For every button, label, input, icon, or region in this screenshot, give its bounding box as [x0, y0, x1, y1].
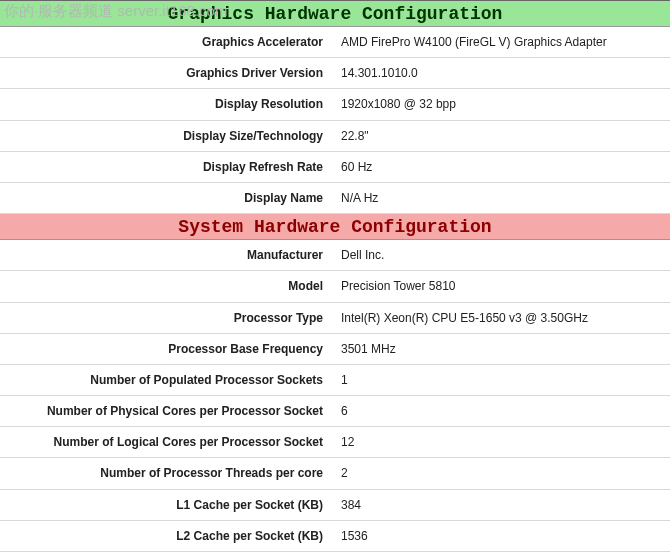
row-label: L3 Cache per Socket (KB) — [0, 552, 333, 558]
row-value: 1920x1080 @ 32 bpp — [333, 89, 670, 120]
table-row: Graphics Driver Version14.301.1010.0 — [0, 58, 670, 89]
row-value: 60 Hz — [333, 151, 670, 182]
row-label: Model — [0, 271, 333, 302]
row-value: Dell Inc. — [333, 240, 670, 271]
row-label: Number of Processor Threads per core — [0, 458, 333, 489]
table-row: L1 Cache per Socket (KB)384 — [0, 489, 670, 520]
config-table: Graphics Hardware ConfigurationGraphics … — [0, 0, 670, 557]
table-row: Processor Base Frequency3501 MHz — [0, 333, 670, 364]
row-value: AMD FirePro W4100 (FireGL V) Graphics Ad… — [333, 27, 670, 58]
table-row: ModelPrecision Tower 5810 — [0, 271, 670, 302]
table-row: Number of Populated Processor Sockets1 — [0, 364, 670, 395]
row-value: 14.301.1010.0 — [333, 58, 670, 89]
table-row: Display Size/Technology22.8" — [0, 120, 670, 151]
row-label: Manufacturer — [0, 240, 333, 271]
row-value: N/A Hz — [333, 182, 670, 213]
row-label: Display Resolution — [0, 89, 333, 120]
row-label: Number of Populated Processor Sockets — [0, 364, 333, 395]
table-row: Display NameN/A Hz — [0, 182, 670, 213]
row-label: Graphics Driver Version — [0, 58, 333, 89]
table-row: Number of Logical Cores per Processor So… — [0, 427, 670, 458]
table-row: Processor TypeIntel(R) Xeon(R) CPU E5-16… — [0, 302, 670, 333]
row-value: 2 — [333, 458, 670, 489]
row-value: 12 — [333, 427, 670, 458]
table-row: Number of Physical Cores per Processor S… — [0, 396, 670, 427]
row-value: 3501 MHz — [333, 333, 670, 364]
row-label: Processor Base Frequency — [0, 333, 333, 364]
section-header: Graphics Hardware Configuration — [0, 1, 670, 27]
row-value: Precision Tower 5810 — [333, 271, 670, 302]
row-label: Display Name — [0, 182, 333, 213]
row-value: 1536 — [333, 520, 670, 551]
table-row: ManufacturerDell Inc. — [0, 240, 670, 271]
table-row: L3 Cache per Socket (KB)15360 — [0, 552, 670, 558]
section-header: System Hardware Configuration — [0, 214, 670, 240]
row-value: 384 — [333, 489, 670, 520]
row-label: Processor Type — [0, 302, 333, 333]
row-label: Number of Logical Cores per Processor So… — [0, 427, 333, 458]
table-row: Number of Processor Threads per core2 — [0, 458, 670, 489]
table-row: Graphics AcceleratorAMD FirePro W4100 (F… — [0, 27, 670, 58]
row-label: L1 Cache per Socket (KB) — [0, 489, 333, 520]
section-title: Graphics Hardware Configuration — [0, 1, 670, 27]
row-value: Intel(R) Xeon(R) CPU E5-1650 v3 @ 3.50GH… — [333, 302, 670, 333]
table-row: Display Refresh Rate60 Hz — [0, 151, 670, 182]
row-value: 15360 — [333, 552, 670, 558]
row-label: Display Size/Technology — [0, 120, 333, 151]
table-row: Display Resolution1920x1080 @ 32 bpp — [0, 89, 670, 120]
section-title: System Hardware Configuration — [0, 214, 670, 240]
table-row: L2 Cache per Socket (KB)1536 — [0, 520, 670, 551]
row-label: L2 Cache per Socket (KB) — [0, 520, 333, 551]
row-label: Display Refresh Rate — [0, 151, 333, 182]
row-value: 6 — [333, 396, 670, 427]
row-value: 1 — [333, 364, 670, 395]
row-value: 22.8" — [333, 120, 670, 151]
row-label: Graphics Accelerator — [0, 27, 333, 58]
row-label: Number of Physical Cores per Processor S… — [0, 396, 333, 427]
